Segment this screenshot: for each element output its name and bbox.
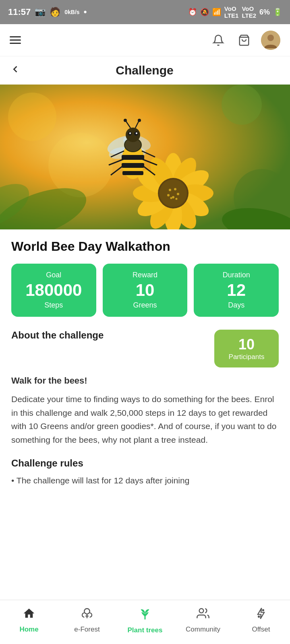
nav-planttrees-label: Plant trees: [128, 626, 163, 634]
svg-point-59: [258, 615, 260, 617]
svg-point-2: [267, 35, 274, 41]
alarm-icon: ⏰: [188, 8, 197, 17]
lte1-icon: VoOLTE1: [224, 5, 239, 19]
svg-point-5: [48, 133, 113, 197]
page-header: Challenge: [0, 56, 290, 85]
svg-point-24: [177, 193, 179, 195]
person-icon: 🧑: [50, 7, 60, 17]
cart-button[interactable]: [235, 31, 253, 49]
goal-label-top: Goal: [16, 271, 91, 279]
svg-point-57: [84, 609, 89, 614]
goal-card: Goal 180000 Steps: [11, 264, 96, 317]
svg-point-28: [176, 198, 178, 200]
svg-point-21: [160, 180, 187, 207]
home-icon: [23, 607, 35, 623]
page-title: Challenge: [27, 64, 262, 77]
reward-value: 10: [108, 282, 183, 299]
about-header: About the challenge 10 Participants: [11, 330, 279, 367]
status-bar: 11:57 📷 🧑 0kB/s • ⏰ 🔕 📶 VoOLTE1 VoOLTE2 …: [0, 0, 290, 24]
nav-eforest[interactable]: e-Forest: [58, 607, 116, 634]
svg-point-27: [170, 197, 172, 199]
svg-point-4: [8, 93, 56, 141]
nav-home[interactable]: Home: [0, 607, 58, 634]
goal-value: 180000: [16, 282, 91, 299]
description: Dedicate your time to finding ways to do…: [11, 392, 279, 446]
dot-icon: •: [84, 7, 87, 17]
nav-eforest-label: e-Forest: [74, 625, 99, 634]
participants-card: 10 Participants: [214, 330, 279, 367]
status-right: ⏰ 🔕 📶 VoOLTE1 VoOLTE2 6% 🔋: [188, 5, 282, 19]
duration-card: Duration 12 Days: [194, 264, 279, 317]
svg-point-22: [169, 189, 171, 191]
svg-rect-34: [122, 155, 144, 160]
duration-label-bottom: Days: [199, 301, 274, 310]
status-left: 11:57 📷 🧑 0kB/s •: [8, 7, 87, 17]
user-avatar[interactable]: [261, 31, 280, 50]
nav-planttrees[interactable]: Plant trees: [116, 606, 174, 634]
challenge-rules-title: Challenge rules: [11, 458, 279, 469]
eforest-icon: [81, 607, 93, 623]
notification-button[interactable]: [209, 31, 227, 49]
svg-point-47: [138, 119, 141, 122]
goal-label-bottom: Steps: [16, 301, 91, 310]
svg-point-39: [126, 128, 140, 142]
hero-image: [0, 85, 290, 229]
wifi-icon: 📶: [212, 8, 221, 17]
top-nav: [0, 24, 290, 56]
nav-home-label: Home: [19, 625, 38, 634]
svg-point-60: [262, 609, 264, 611]
participants-label: Participants: [224, 353, 269, 361]
nav-icons: [209, 31, 280, 50]
time: 11:57: [8, 7, 31, 17]
duration-value: 12: [199, 282, 274, 299]
reward-card: Reward 10 Greens: [103, 264, 188, 317]
back-button[interactable]: [10, 64, 21, 78]
svg-point-42: [129, 132, 131, 134]
svg-point-43: [136, 132, 137, 134]
nav-community[interactable]: Community: [174, 607, 232, 634]
main-content: World Bee Day Walkathon Goal 180000 Step…: [0, 229, 290, 540]
bottom-nav: Home e-Forest Plant trees: [0, 600, 290, 644]
nav-offset[interactable]: Offset: [232, 607, 290, 634]
offset-icon: [255, 607, 267, 623]
participants-value: 10: [224, 336, 269, 353]
battery-icon: 🔋: [273, 8, 282, 17]
battery-label: 6%: [259, 8, 270, 17]
reward-label-bottom: Greens: [108, 301, 183, 310]
svg-point-45: [124, 119, 127, 122]
svg-point-6: [222, 85, 262, 125]
planttrees-icon: [138, 606, 152, 624]
svg-point-58: [199, 609, 204, 613]
about-title: About the challenge: [11, 330, 104, 341]
subtitle: Walk for the bees!: [11, 376, 279, 386]
mute-icon: 🔕: [200, 8, 209, 17]
camera-icon: 📷: [35, 7, 46, 17]
lte2-icon: VoOLTE2: [242, 5, 256, 19]
svg-rect-36: [122, 171, 143, 175]
reward-label-top: Reward: [108, 271, 183, 279]
nav-community-label: Community: [186, 625, 220, 634]
svg-point-25: [172, 196, 174, 198]
rule-item-1: • The challenge will last for 12 days af…: [11, 474, 279, 487]
network-icon: 0kB/s: [64, 9, 79, 15]
duration-label-top: Duration: [199, 271, 274, 279]
challenge-title: World Bee Day Walkathon: [11, 239, 279, 254]
menu-button[interactable]: [10, 36, 21, 44]
nav-offset-label: Offset: [252, 625, 270, 634]
svg-point-23: [174, 188, 176, 190]
community-icon: [197, 607, 209, 623]
svg-point-26: [167, 194, 170, 196]
svg-rect-35: [122, 163, 144, 168]
stats-row: Goal 180000 Steps Reward 10 Greens Durat…: [11, 264, 279, 317]
